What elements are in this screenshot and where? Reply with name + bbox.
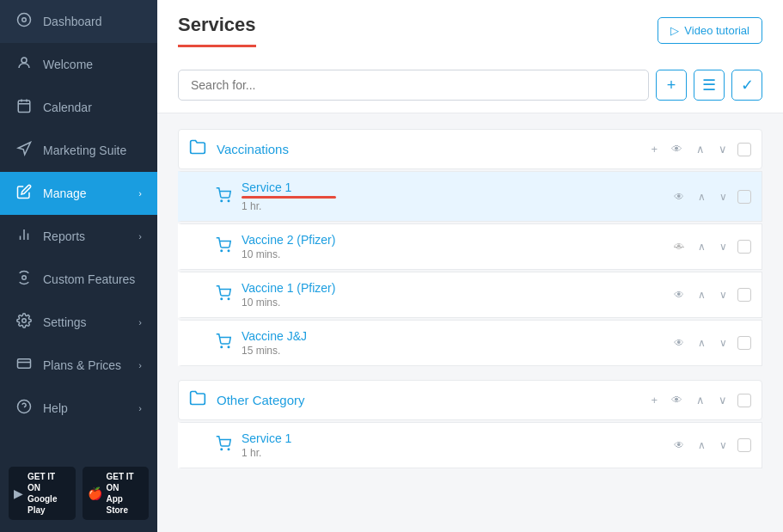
service-info-vaccine1: Vaccine 1 (Pfizer) 10 mins. xyxy=(242,281,660,309)
video-tutorial-button[interactable]: ▷ Video tutorial xyxy=(658,17,762,44)
sidebar-item-plans-prices[interactable]: Plans & Prices › xyxy=(0,344,157,387)
calendar-icon xyxy=(15,98,33,117)
service-row-svc1b: Service 1 1 hr. 👁 ∧ ∨ xyxy=(178,422,762,468)
sidebar-item-marketing-suite[interactable]: Marketing Suite xyxy=(0,129,157,172)
service-duration-svc1b: 1 hr. xyxy=(242,447,660,459)
move-up-svc1b-button[interactable]: ∧ xyxy=(694,437,709,453)
category-checkbox-other[interactable] xyxy=(737,394,751,407)
sidebar-item-reports[interactable]: Reports › xyxy=(0,215,157,258)
sidebar-item-settings[interactable]: Settings › xyxy=(0,301,157,344)
category-name-vaccinations[interactable]: Vaccinations xyxy=(217,142,637,156)
visibility-vaccinej-button[interactable]: 👁 xyxy=(670,335,688,351)
move-down-svc1b-button[interactable]: ∨ xyxy=(716,437,731,453)
settings-chevron-icon: › xyxy=(138,317,142,327)
spacer xyxy=(178,368,762,380)
move-down-vaccine2-button[interactable]: ∨ xyxy=(716,239,731,254)
plans-prices-chevron-icon: › xyxy=(138,360,142,370)
cart-icon-vaccinej xyxy=(216,333,231,352)
google-play-badge[interactable]: ▶ GET IT ON Google Play xyxy=(9,467,76,520)
add-to-category-button[interactable]: + xyxy=(647,141,661,157)
service-actions-vaccinej: 👁 ∧ ∨ xyxy=(670,335,751,351)
sidebar-item-manage[interactable]: Manage › xyxy=(0,172,157,215)
service-row-vaccine1: Vaccine 1 (Pfizer) 10 mins. 👁 ∧ ∨ xyxy=(178,272,762,318)
checkbox-svc1b[interactable] xyxy=(737,438,751,452)
svg-point-18 xyxy=(221,250,223,252)
checkbox-vaccinej[interactable] xyxy=(737,336,751,350)
service-name-svc1[interactable]: Service 1 xyxy=(242,180,660,199)
move-up-vaccine1-button[interactable]: ∧ xyxy=(694,287,709,303)
sidebar-label-custom-features: Custom Features xyxy=(43,272,142,286)
plans-prices-icon xyxy=(15,356,33,375)
svg-point-23 xyxy=(228,346,229,348)
move-down-other-button[interactable]: ∨ xyxy=(715,392,731,408)
cart-icon-svc1b xyxy=(216,436,231,455)
move-down-svc1-button[interactable]: ∨ xyxy=(716,189,731,205)
service-actions-vaccine2: 👁 ∧ ∨ xyxy=(670,239,751,254)
move-down-category-button[interactable]: ∨ xyxy=(715,141,731,157)
page-title: Services xyxy=(178,14,256,47)
add-button[interactable]: + xyxy=(656,70,687,101)
service-name-vaccinej[interactable]: Vaccine J&J xyxy=(242,329,660,343)
svg-point-25 xyxy=(228,449,229,450)
reports-chevron-icon: › xyxy=(138,231,142,242)
move-up-other-button[interactable]: ∧ xyxy=(693,392,708,408)
svg-point-16 xyxy=(221,200,223,202)
checkbox-vaccine2[interactable] xyxy=(737,240,751,254)
sidebar-item-custom-features[interactable]: Custom Features xyxy=(0,258,157,301)
service-info-svc1: Service 1 1 hr. xyxy=(242,180,660,212)
cart-icon-vaccine1 xyxy=(216,285,231,304)
services-body: Vaccinations + 👁 ∧ ∨ Service 1 1 hr. 👁 ∧… xyxy=(157,113,783,532)
visibility-svc1-button[interactable]: 👁 xyxy=(670,189,688,205)
custom-features-icon xyxy=(15,270,33,289)
checkbox-vaccine1[interactable] xyxy=(737,288,751,302)
sidebar-footer: ▶ GET IT ON Google Play 🍎 GET IT ON App … xyxy=(0,458,157,532)
sidebar-item-welcome[interactable]: Welcome xyxy=(0,43,157,86)
service-name-vaccine2[interactable]: Vaccine 2 (Pfizer) xyxy=(242,233,660,247)
service-name-vaccine1[interactable]: Vaccine 1 (Pfizer) xyxy=(242,281,660,295)
app-store-label: GET IT ON xyxy=(107,471,144,493)
google-play-label: GET IT ON xyxy=(28,471,70,493)
add-to-other-button[interactable]: + xyxy=(647,392,661,408)
category-name-other[interactable]: Other Category xyxy=(217,393,637,407)
check-button[interactable]: ✓ xyxy=(731,70,762,101)
move-up-svc1-button[interactable]: ∧ xyxy=(694,189,709,205)
service-actions-vaccine1: 👁 ∧ ∨ xyxy=(670,287,751,303)
manage-icon xyxy=(15,184,33,203)
category-checkbox-vaccinations[interactable] xyxy=(737,143,751,156)
sidebar-item-help[interactable]: Help › xyxy=(0,387,157,430)
checkbox-svc1[interactable] xyxy=(737,190,751,204)
move-down-vaccine1-button[interactable]: ∨ xyxy=(716,287,731,303)
move-up-category-button[interactable]: ∧ xyxy=(693,141,708,157)
app-store-badge[interactable]: 🍎 GET IT ON App Store xyxy=(83,467,150,520)
service-name-svc1b[interactable]: Service 1 xyxy=(242,431,660,445)
reports-icon xyxy=(15,227,33,246)
visibility-vaccine1-button[interactable]: 👁 xyxy=(670,287,688,303)
visibility-other-button[interactable]: 👁 xyxy=(668,392,686,408)
service-actions-svc1b: 👁 ∧ ∨ xyxy=(670,437,751,453)
service-duration-vaccine1: 10 mins. xyxy=(242,297,660,309)
service-actions-svc1: 👁 ∧ ∨ xyxy=(670,189,751,205)
category-actions-other: + 👁 ∧ ∨ xyxy=(647,392,751,408)
move-up-vaccine2-button[interactable]: ∧ xyxy=(694,239,709,254)
move-down-vaccinej-button[interactable]: ∨ xyxy=(716,335,731,351)
service-row-vaccine2: Vaccine 2 (Pfizer) 10 mins. 👁 ∧ ∨ xyxy=(178,223,762,270)
visibility-vaccine2-button[interactable]: 👁 xyxy=(670,239,688,254)
visibility-category-button[interactable]: 👁 xyxy=(668,141,686,157)
help-chevron-icon: › xyxy=(138,403,142,413)
google-play-text: GET IT ON Google Play xyxy=(28,471,70,516)
svg-point-24 xyxy=(221,449,223,450)
google-play-icon: ▶ xyxy=(14,486,23,500)
service-duration-vaccinej: 15 mins. xyxy=(242,345,660,357)
svg-point-2 xyxy=(21,58,27,63)
visibility-svc1b-button[interactable]: 👁 xyxy=(670,437,688,453)
search-input[interactable] xyxy=(178,70,649,101)
sidebar-item-calendar[interactable]: Calendar xyxy=(0,86,157,129)
svg-point-11 xyxy=(22,319,27,323)
category-row-other: Other Category + 👁 ∧ ∨ xyxy=(178,380,762,420)
svg-point-17 xyxy=(228,200,229,202)
move-up-vaccinej-button[interactable]: ∧ xyxy=(694,335,709,351)
filter-button[interactable]: ☰ xyxy=(694,70,725,101)
apple-icon: 🍎 xyxy=(88,486,102,500)
sidebar-item-dashboard[interactable]: Dashboard xyxy=(0,0,157,43)
service-info-vaccinej: Vaccine J&J 15 mins. xyxy=(242,329,660,357)
